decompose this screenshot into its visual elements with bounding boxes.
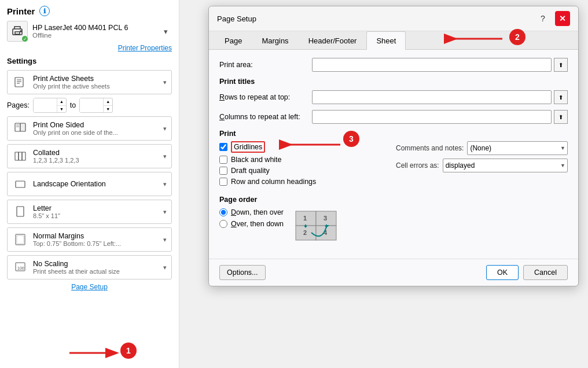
pages-from-field[interactable] [34, 98, 57, 112]
radio-options: DDown, then overown, then over Over, the… [219, 208, 284, 228]
setting-title-collated: Collated [33, 149, 159, 157]
settings-heading: Settings [7, 57, 172, 65]
setting-sub-paper-size: 8.5" x 11" [33, 212, 159, 219]
printer-info: HP LaserJet 400 M401 PCL 6 Offline [32, 24, 159, 39]
over-then-down-label[interactable]: Over, then down [231, 220, 284, 228]
gridlines-checkbox[interactable] [219, 143, 227, 151]
close-button[interactable]: ✕ [555, 11, 570, 26]
options-button[interactable]: Options... [219, 265, 266, 280]
page-order-diagram: 1 3 2 4 [293, 208, 345, 249]
printer-properties-link[interactable]: Printer Properties [7, 44, 172, 52]
cell-errors-select-wrap: displayed blank -- #N/A ▼ [443, 159, 568, 172]
pages-to-input[interactable]: ▲ ▼ [79, 98, 113, 113]
draft-quality-checkbox[interactable] [219, 167, 227, 175]
setting-text-print-sheets: Print Active Sheets Only print the activ… [33, 75, 159, 90]
setting-title-orientation: Landscape Orientation [33, 180, 159, 188]
printer-row[interactable]: ✓ HP LaserJet 400 M401 PCL 6 Offline ▾ [7, 21, 172, 42]
pages-from-up[interactable]: ▲ [57, 98, 66, 106]
gridlines-label[interactable]: Gridlines [231, 141, 265, 153]
ok-button[interactable]: OK [486, 265, 519, 280]
comments-select-wrap: (None) At end of sheet As displayed on s… [467, 141, 568, 155]
cols-label-text: Columns to repeat at left: [219, 113, 300, 121]
setting-sub-margins: Top: 0.75" Bottom: 0.75" Left:... [33, 240, 159, 247]
rows-label: Rows to repeat at top: [219, 93, 312, 101]
black-white-checkbox[interactable] [219, 156, 227, 164]
setting-title-scaling: No Scaling [33, 260, 159, 268]
down-then-over-label[interactable]: DDown, then overown, then over [231, 208, 284, 216]
printer-dropdown-icon[interactable]: ▾ [164, 27, 172, 35]
print-area-button[interactable]: ⬆ [554, 58, 568, 72]
print-titles-label: Print titles [219, 78, 568, 86]
page-order-label: Page order [219, 196, 568, 204]
setting-paper-size[interactable]: Letter 8.5" x 11" ▾ [7, 200, 172, 224]
draft-quality-label[interactable]: Draft quality [231, 167, 270, 175]
cancel-button[interactable]: Cancel [523, 265, 568, 280]
comments-select[interactable]: (None) At end of sheet As displayed on s… [467, 141, 568, 155]
comments-label: Comments and notes: [396, 144, 464, 152]
svg-text:2: 2 [303, 229, 307, 236]
svg-point-2 [20, 31, 21, 32]
pages-from-arrows[interactable]: ▲ ▼ [57, 98, 66, 112]
rows-repeat-input[interactable] [312, 90, 552, 104]
info-icon[interactable]: ℹ [39, 6, 50, 16]
black-white-label[interactable]: Black and white [231, 156, 282, 164]
tab-page[interactable]: Page [215, 31, 252, 50]
tab-sheet[interactable]: Sheet [366, 31, 406, 50]
pages-from-input[interactable]: ▲ ▼ [33, 98, 67, 113]
pages-to-arrows[interactable]: ▲ ▼ [103, 98, 112, 112]
gridlines-row: Gridlines [219, 141, 391, 153]
setting-title-margins: Normal Margins [33, 232, 159, 240]
print-sheets-icon [12, 74, 28, 90]
cols-repeat-button[interactable]: ⬆ [554, 110, 568, 124]
pages-to-field[interactable] [80, 98, 103, 112]
black-white-row: Black and white [219, 156, 391, 164]
cell-errors-select[interactable]: displayed blank -- #N/A [443, 159, 568, 172]
print-section-label: Print [219, 130, 568, 138]
annotation-bubble-1: 1 [120, 343, 137, 359]
setting-scaling[interactable]: 100 No Scaling Print sheets at their act… [7, 255, 172, 279]
pages-from-down[interactable]: ▼ [57, 106, 66, 113]
setting-text-margins: Normal Margins Top: 0.75" Bottom: 0.75" … [33, 232, 159, 247]
row-col-headings-label[interactable]: Row and column headings [231, 178, 316, 186]
pages-to-down[interactable]: ▼ [104, 106, 112, 113]
setting-collated[interactable]: Collated 1,2,3 1,2,3 1,2,3 ▾ [7, 144, 172, 168]
tab-header-footer[interactable]: Header/Footer [299, 31, 367, 50]
cols-label: Columns to repeat at left: [219, 113, 312, 121]
print-options-grid: Gridlines Black and white Draft quality … [219, 141, 568, 189]
page-order-content: DDown, then overown, then over Over, the… [219, 208, 568, 251]
dialog-footer-left: Options... [219, 265, 482, 280]
chevron-down-icon-orientation: ▾ [163, 181, 167, 188]
svg-text:3: 3 [324, 215, 327, 222]
svg-rect-12 [19, 152, 22, 160]
pages-row: Pages: ▲ ▼ to ▲ ▼ [7, 98, 172, 113]
setting-text-collated: Collated 1,2,3 1,2,3 1,2,3 [33, 149, 159, 164]
page-setup-dialog: Page Setup ? ✕ Page Margins Header/Foote… [208, 6, 579, 286]
rows-repeat-button[interactable]: ⬆ [554, 90, 568, 104]
down-then-over-radio[interactable] [219, 208, 227, 216]
tab-margins[interactable]: Margins [252, 31, 298, 50]
chevron-down-icon-collated: ▾ [163, 153, 167, 160]
chevron-down-icon-scaling: ▾ [163, 264, 167, 271]
cols-repeat-input[interactable] [312, 110, 552, 124]
setting-title-print-sheets: Print Active Sheets [33, 75, 159, 83]
print-area-input[interactable] [312, 58, 552, 72]
cols-repeat-row: Columns to repeat at left: ⬆ [219, 110, 568, 124]
setting-print-sheets[interactable]: Print Active Sheets Only print the activ… [7, 70, 172, 94]
setting-orientation[interactable]: Landscape Orientation ▾ [7, 172, 172, 196]
to-label: to [70, 101, 76, 109]
row-col-headings-checkbox[interactable] [219, 178, 227, 186]
pages-to-up[interactable]: ▲ [104, 98, 112, 106]
setting-text-scaling: No Scaling Print sheets at their actual … [33, 260, 159, 275]
scaling-icon: 100 [12, 259, 28, 275]
setting-print-sides[interactable]: Print One Sided Only print on one side o… [7, 116, 172, 141]
page-setup-link[interactable]: Page Setup [7, 283, 172, 291]
dialog-footer: Options... OK Cancel [209, 259, 578, 286]
setting-sub-scaling: Print sheets at their actual size [33, 268, 159, 275]
print-area-row: Print area: ⬆ [219, 58, 568, 72]
print-options-right: Comments and notes: (None) At end of she… [396, 141, 568, 189]
dialog-title: Page Setup [217, 14, 256, 23]
setting-margins[interactable]: Normal Margins Top: 0.75" Bottom: 0.75" … [7, 227, 172, 252]
cell-errors-label: Cell errors as: [396, 161, 439, 170]
over-then-down-radio[interactable] [219, 220, 227, 228]
help-button[interactable]: ? [535, 11, 550, 26]
